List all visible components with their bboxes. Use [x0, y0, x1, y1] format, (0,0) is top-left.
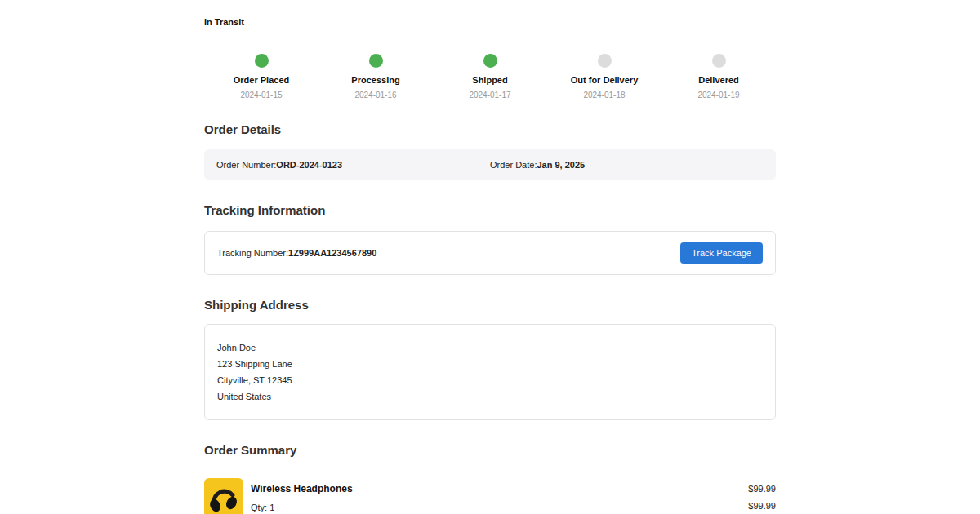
step-label: Order Placed: [204, 75, 318, 85]
tracking-number-field: Tracking Number:1Z999AA1234567890: [217, 248, 376, 258]
order-item-row: Wireless Headphones Qty: 1 $99.99 $99.99: [204, 478, 776, 514]
tracking-number-value: 1Z999AA1234567890: [288, 248, 376, 258]
tracker-step-delivered: Delivered 2024-01-19: [662, 54, 776, 100]
product-line-total: $99.99: [748, 501, 776, 511]
tracker-step-shipped: Shipped 2024-01-17: [433, 54, 547, 100]
step-date: 2024-01-17: [433, 91, 547, 100]
address-country: United States: [217, 388, 763, 405]
order-date-label: Order Date:: [490, 160, 537, 170]
product-info: Wireless Headphones Qty: 1: [251, 478, 748, 512]
shipping-address-heading: Shipping Address: [204, 298, 776, 312]
order-tracking-page: In Transit Order Placed 2024-01-15 Proce…: [204, 0, 776, 514]
order-date-field: Order Date:Jan 9, 2025: [490, 160, 764, 170]
step-indicator-dot: [483, 54, 497, 68]
tracker-step-order-placed: Order Placed 2024-01-15: [204, 54, 318, 100]
product-image-headphones: [204, 478, 243, 514]
product-quantity: Qty: 1: [251, 503, 748, 512]
tracking-number-label: Tracking Number:: [217, 248, 288, 258]
headphones-icon: [204, 478, 243, 514]
product-prices: $99.99 $99.99: [748, 478, 776, 511]
step-label: Shipped: [433, 75, 547, 85]
step-indicator-dot: [369, 54, 383, 68]
product-price: $99.99: [748, 484, 776, 494]
tracker-step-processing: Processing 2024-01-16: [318, 54, 433, 100]
product-name: Wireless Headphones: [251, 483, 748, 494]
step-date: 2024-01-18: [547, 91, 662, 100]
order-summary-heading: Order Summary: [204, 443, 776, 457]
step-indicator-dot: [712, 54, 726, 68]
order-date-value: Jan 9, 2025: [537, 160, 585, 170]
order-number-field: Order Number:ORD-2024-0123: [216, 160, 490, 170]
tracker-step-out-for-delivery: Out for Delivery 2024-01-18: [547, 54, 662, 100]
step-label: Processing: [318, 75, 433, 85]
step-date: 2024-01-15: [204, 91, 318, 100]
address-street: 123 Shipping Lane: [217, 356, 763, 372]
tracking-information-heading: Tracking Information: [204, 203, 776, 217]
order-number-value: ORD-2024-0123: [276, 160, 342, 170]
status-badge: In Transit: [204, 0, 776, 27]
step-label: Out for Delivery: [547, 75, 662, 85]
tracking-info-box: Tracking Number:1Z999AA1234567890 Track …: [204, 231, 776, 275]
step-date: 2024-01-19: [662, 91, 776, 100]
step-label: Delivered: [662, 75, 776, 85]
track-package-button[interactable]: Track Package: [680, 242, 763, 264]
address-city-state-zip: Cityville, ST 12345: [217, 372, 763, 388]
order-details-heading: Order Details: [204, 122, 776, 136]
step-indicator-dot: [598, 54, 612, 68]
shipping-address-box: John Doe 123 Shipping Lane Cityville, ST…: [204, 324, 776, 420]
address-recipient: John Doe: [217, 339, 763, 356]
step-date: 2024-01-16: [318, 91, 433, 100]
progress-tracker: Order Placed 2024-01-15 Processing 2024-…: [204, 54, 776, 100]
order-details-box: Order Number:ORD-2024-0123 Order Date:Ja…: [204, 149, 776, 180]
order-number-label: Order Number:: [216, 160, 276, 170]
step-indicator-dot: [255, 54, 269, 68]
